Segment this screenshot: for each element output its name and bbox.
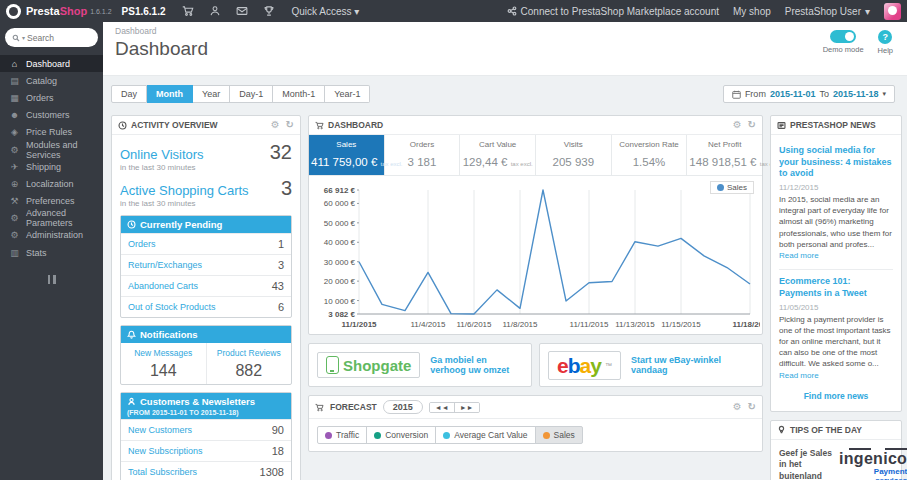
- range-year-1-button[interactable]: Year-1: [325, 85, 370, 103]
- range-day-1-button[interactable]: Day-1: [230, 85, 273, 103]
- shopgate-link[interactable]: Ga mobiel en verhoog uw omzet: [430, 355, 523, 375]
- total-subscribers-link[interactable]: Total Subscribers: [128, 467, 197, 477]
- range-month-1-button[interactable]: Month-1: [273, 85, 325, 103]
- gear-icon[interactable]: ⚙: [733, 120, 742, 130]
- refresh-icon[interactable]: ↻: [748, 402, 756, 412]
- book-icon: ▤: [9, 76, 20, 86]
- wrench-icon: ⚒: [9, 196, 20, 206]
- read-more-link[interactable]: Read more: [779, 371, 819, 380]
- customers-date-range: (FROM 2015-11-01 TO 2015-11-18): [121, 409, 291, 419]
- range-month-button[interactable]: Month: [147, 85, 193, 103]
- date-range-picker[interactable]: From 2015-11-01 To 2015-11-18 ▾: [723, 85, 895, 103]
- average-cart-value-dot-icon: [443, 432, 450, 439]
- online-visitors-link[interactable]: Online Visitors: [120, 147, 204, 162]
- clock-icon: [118, 121, 127, 130]
- active-carts-sub: in the last 30 minutes: [120, 199, 292, 208]
- trophy-icon[interactable]: [262, 5, 275, 18]
- panel-title: DASHBOARD: [328, 120, 383, 130]
- shopgate-logo[interactable]: Shopgate: [317, 352, 420, 378]
- my-shop-link[interactable]: My shop: [733, 6, 771, 17]
- sales-line-chart: 11/1/201511/4/201511/6/201511/8/201511/1…: [311, 180, 760, 332]
- prestashop-logo: [6, 4, 21, 19]
- pending-orders-link[interactable]: Orders: [128, 239, 156, 249]
- currently-pending-section: Currently Pending Orders1 Return/Exchang…: [120, 215, 292, 318]
- toggle-on-icon[interactable]: [830, 30, 856, 43]
- range-year-button[interactable]: Year: [193, 85, 230, 103]
- sidebar-item-administration[interactable]: ⚙Administration: [0, 227, 103, 244]
- customer-icon[interactable]: [208, 5, 221, 18]
- collapse-sidebar-icon[interactable]: [46, 275, 58, 284]
- content-header: Dashboard Dashboard Demo mode ? Help: [103, 22, 907, 76]
- gear-icon[interactable]: ⚙: [271, 120, 280, 130]
- new-subscriptions-link[interactable]: New Subscriptions: [128, 446, 203, 456]
- new-messages-cell[interactable]: New Messages 144: [121, 343, 206, 384]
- svg-text:11/6/2015: 11/6/2015: [457, 320, 493, 329]
- sidebar-item-advanced-parameters[interactable]: ⚙Advanced Parameters: [0, 210, 103, 227]
- question-mark-icon[interactable]: ?: [878, 30, 892, 44]
- user-menu[interactable]: PrestaShop User ▾: [785, 6, 870, 17]
- cart-icon[interactable]: [181, 5, 194, 18]
- sidebar-item-dashboard[interactable]: ⌂Dashboard: [0, 55, 103, 72]
- sidebar-item-stats[interactable]: ▥Stats: [0, 244, 103, 261]
- dashboard-panel: DASHBOARD ⚙↻ Sales 411 759,00 € tax excl…: [308, 115, 763, 335]
- sidebar-item-customers[interactable]: ☻Customers: [0, 107, 103, 124]
- previous-year-button[interactable]: ◄◄: [430, 403, 454, 412]
- kpi-visits[interactable]: Visits 205 939: [535, 135, 611, 175]
- conversion-dot-icon: [374, 432, 381, 439]
- read-more-link[interactable]: Read more: [779, 251, 819, 260]
- forecast-year[interactable]: 2015: [383, 400, 423, 414]
- sidebar-item-catalog[interactable]: ▤Catalog: [0, 72, 103, 89]
- gear-icon[interactable]: ⚙: [733, 402, 742, 412]
- new-customers-link[interactable]: New Customers: [128, 425, 192, 435]
- news-article-date: 11/12/2015: [779, 183, 893, 192]
- toolbar: Day Month Year Day-1 Month-1 Year-1 From…: [103, 76, 907, 103]
- forecast-average-cart-value-button[interactable]: Average Cart Value: [435, 426, 535, 444]
- kpi-orders[interactable]: Orders 3 181: [384, 135, 460, 175]
- panel-title: TIPS OF THE DAY: [790, 425, 862, 435]
- forecast-traffic-button[interactable]: Traffic: [317, 426, 367, 444]
- prestashop-news-panel: PRESTASHOP NEWS Using social media for y…: [770, 115, 902, 412]
- sidebar-item-shipping[interactable]: ✈Shipping: [0, 158, 103, 175]
- messages-icon[interactable]: [235, 5, 248, 18]
- help-button[interactable]: ? Help: [878, 30, 893, 55]
- abandoned-carts-link[interactable]: Abandoned Carts: [128, 281, 198, 291]
- forecast-sales-button[interactable]: Sales: [535, 426, 583, 444]
- kpi-net-profit[interactable]: Net Profit 148 918,51 € tax excl.: [686, 135, 762, 175]
- chart-legend: Sales: [710, 181, 754, 194]
- svg-text:66 912 €: 66 912 €: [324, 186, 356, 195]
- news-article-title[interactable]: Using social media for your business: 4 …: [779, 145, 893, 180]
- marketplace-link[interactable]: Connect to PrestaShop Marketplace accoun…: [507, 6, 719, 17]
- sales-chart: Sales 11/1/201511/4/201511/6/201511/8/20…: [309, 176, 762, 334]
- product-reviews-cell[interactable]: Product Reviews 882: [206, 343, 292, 384]
- sidebar-item-price-rules[interactable]: ◈Price Rules: [0, 124, 103, 141]
- range-day-button[interactable]: Day: [111, 85, 147, 103]
- find-more-news-link[interactable]: Find more news: [779, 391, 893, 401]
- refresh-icon[interactable]: ↻: [286, 120, 294, 130]
- news-article-title[interactable]: Ecommerce 101: Payments in a Tweet: [779, 276, 893, 299]
- demo-mode-toggle[interactable]: Demo mode: [823, 30, 864, 55]
- next-year-button[interactable]: ►►: [454, 403, 479, 412]
- kpi-sales[interactable]: Sales 411 759,00 € tax excl.: [309, 135, 384, 175]
- active-carts-link[interactable]: Active Shopping Carts: [120, 183, 249, 198]
- sidebar-item-localization[interactable]: ⊕Localization: [0, 175, 103, 192]
- forecast-conversion-button[interactable]: Conversion: [366, 426, 436, 444]
- sidebar-item-modules[interactable]: ⚙Modules and Services: [0, 141, 103, 158]
- ebay-logo[interactable]: ebay ™: [548, 351, 621, 380]
- search-field[interactable]: [27, 33, 91, 43]
- search-input[interactable]: ▾: [5, 28, 98, 47]
- ebay-banner[interactable]: ebay ™ Start uw eBay-winkel vandaag: [539, 343, 763, 387]
- refresh-icon[interactable]: ↻: [748, 120, 756, 130]
- ingenico-logo: ingenico Paymentservices: [839, 448, 907, 480]
- ebay-link[interactable]: Start uw eBay-winkel vandaag: [631, 355, 754, 375]
- active-carts-value: 3: [281, 177, 292, 200]
- avatar[interactable]: [884, 3, 901, 20]
- out-of-stock-link[interactable]: Out of Stock Products: [128, 302, 216, 312]
- quick-access-menu[interactable]: Quick Access ▾: [291, 6, 359, 17]
- kpi-cart-value[interactable]: Cart Value 129,44 € tax excl.: [459, 135, 535, 175]
- truck-icon: ✈: [9, 162, 20, 172]
- sidebar-item-preferences[interactable]: ⚒Preferences: [0, 193, 103, 210]
- kpi-conversion-rate[interactable]: Conversion Rate 1.54%: [611, 135, 687, 175]
- sidebar-item-orders[interactable]: ▦Orders: [0, 89, 103, 106]
- pending-returns-link[interactable]: Return/Exchanges: [128, 260, 202, 270]
- shopgate-banner[interactable]: Shopgate Ga mobiel en verhoog uw omzet: [308, 343, 532, 387]
